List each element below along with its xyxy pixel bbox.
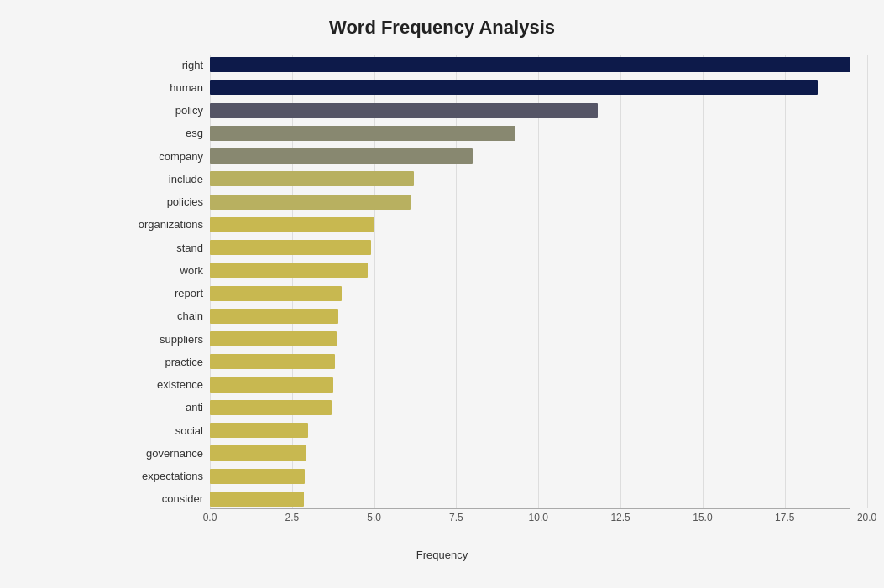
bar-fill	[210, 103, 598, 118]
bar-label: anti	[109, 401, 210, 414]
bar-fill	[210, 445, 306, 461]
bar-track	[210, 309, 850, 324]
bar-track	[210, 126, 850, 141]
bar-track	[210, 217, 850, 232]
bar-fill	[210, 171, 414, 186]
bar-label: report	[109, 287, 210, 299]
bar-track	[210, 57, 850, 72]
bar-label: human	[109, 81, 210, 94]
bar-fill	[210, 354, 335, 369]
bar-row: existence	[109, 376, 850, 394]
grid-line	[867, 55, 868, 508]
bar-label: expectations	[109, 470, 210, 482]
x-tick-label: 10.0	[529, 512, 548, 523]
bar-fill	[210, 331, 337, 346]
bar-track	[210, 331, 850, 346]
bar-fill	[210, 286, 342, 301]
x-axis-line	[210, 508, 850, 509]
bar-fill	[210, 148, 473, 164]
x-tick-label: 5.0	[367, 512, 381, 523]
bar-track	[210, 103, 850, 118]
bar-fill	[210, 377, 333, 393]
bar-track	[210, 377, 850, 393]
bar-fill	[210, 126, 515, 141]
bar-fill	[210, 57, 850, 72]
x-tick-label: 17.5	[775, 512, 794, 523]
chart-title: Word Frequency Analysis	[34, 17, 850, 39]
x-axis-label: Frequency	[34, 549, 850, 561]
bar-row: social	[109, 421, 850, 440]
bars-wrapper: righthumanpolicyesgcompanyincludepolicie…	[109, 55, 850, 508]
bar-label: organizations	[109, 218, 210, 231]
bar-label: include	[109, 173, 210, 185]
bar-fill	[210, 423, 308, 438]
chart-area: righthumanpolicyesgcompanyincludepolicie…	[109, 55, 850, 542]
bar-row: esg	[109, 124, 850, 143]
bar-track	[210, 263, 850, 278]
x-axis: 0.02.55.07.510.012.515.017.520.0	[210, 508, 850, 542]
x-tick-label: 7.5	[449, 512, 463, 523]
bar-track	[210, 469, 850, 484]
bar-row: anti	[109, 398, 850, 417]
bar-track	[210, 80, 850, 95]
bar-label: governance	[109, 447, 210, 460]
bar-track	[210, 354, 850, 369]
x-tick-label: 12.5	[610, 512, 630, 523]
bar-row: company	[109, 147, 850, 165]
bar-row: consider	[109, 490, 850, 508]
bar-fill	[210, 309, 338, 324]
bar-row: include	[109, 169, 850, 188]
bar-row: practice	[109, 352, 850, 371]
bar-label: policies	[109, 195, 210, 208]
bar-fill	[210, 217, 374, 232]
bar-track	[210, 400, 850, 415]
bar-track	[210, 195, 850, 210]
bar-fill	[210, 80, 818, 95]
bar-track	[210, 148, 850, 164]
bar-label: social	[109, 424, 210, 437]
bar-row: expectations	[109, 467, 850, 486]
bar-row: chain	[109, 307, 850, 325]
bar-fill	[210, 240, 371, 255]
bar-track	[210, 286, 850, 301]
bar-label: esg	[109, 127, 210, 139]
bar-row: policy	[109, 101, 850, 120]
bar-row: work	[109, 261, 850, 279]
bar-label: chain	[109, 310, 210, 322]
bar-label: stand	[109, 242, 210, 254]
bar-row: policies	[109, 193, 850, 211]
bar-label: suppliers	[109, 333, 210, 346]
bar-fill	[210, 492, 304, 507]
bar-label: policy	[109, 104, 210, 117]
bar-row: report	[109, 284, 850, 303]
bar-row: organizations	[109, 216, 850, 234]
bar-fill	[210, 469, 305, 484]
bar-fill	[210, 195, 411, 210]
bar-label: company	[109, 150, 210, 163]
bar-track	[210, 240, 850, 255]
bar-label: existence	[109, 378, 210, 391]
bar-track	[210, 492, 850, 507]
bar-label: consider	[109, 492, 210, 505]
bar-label: practice	[109, 356, 210, 368]
bar-row: stand	[109, 238, 850, 257]
x-tick-label: 0.0	[203, 512, 217, 523]
x-tick-label: 15.0	[693, 512, 712, 523]
bar-fill	[210, 400, 332, 415]
bar-row: governance	[109, 444, 850, 462]
bar-track	[210, 445, 850, 461]
bar-fill	[210, 263, 368, 278]
bar-label: right	[109, 59, 210, 71]
bar-row: suppliers	[109, 330, 850, 348]
x-tick-label: 2.5	[285, 512, 299, 523]
bar-track	[210, 423, 850, 438]
bar-label: work	[109, 264, 210, 277]
bar-row: right	[109, 55, 850, 74]
x-tick-label: 20.0	[857, 512, 876, 523]
bar-row: human	[109, 78, 850, 96]
bar-track	[210, 171, 850, 186]
chart-container: Word Frequency Analysis righthumanpolicy…	[0, 0, 884, 588]
